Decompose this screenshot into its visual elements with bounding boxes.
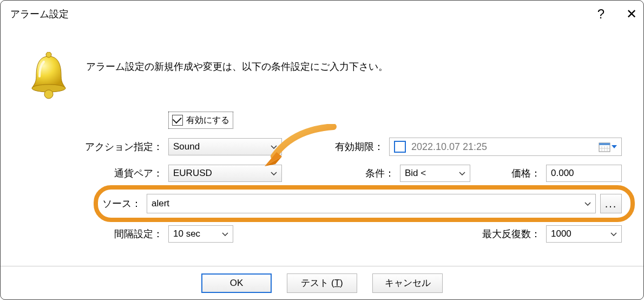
- svg-point-2: [46, 52, 51, 57]
- checkbox-icon: [172, 115, 183, 126]
- interval-value: 10 sec: [173, 229, 200, 239]
- chevron-down-icon: [459, 172, 465, 175]
- browse-button[interactable]: ...: [600, 194, 622, 213]
- enable-row: 有効にする: [55, 112, 622, 129]
- price-label: 価格：: [470, 167, 546, 180]
- chevron-down-icon: [222, 232, 228, 236]
- help-button[interactable]: ?: [597, 6, 604, 22]
- test-button[interactable]: テスト (T): [287, 273, 357, 293]
- chevron-down-icon: [584, 202, 591, 206]
- header-row: アラーム設定の新規作成や変更は、以下の条件設定にご入力下さい。: [22, 38, 622, 101]
- symbol-condition-row: 通貨ペア： EURUSD 条件： Bid < 価格： 0.000: [55, 165, 622, 182]
- price-input[interactable]: 0.000: [546, 165, 622, 182]
- source-dropdown[interactable]: alert: [147, 194, 596, 213]
- maxrepeat-value: 1000: [551, 229, 571, 239]
- condition-dropdown[interactable]: Bid <: [400, 165, 470, 182]
- expiry-checkbox[interactable]: [394, 141, 406, 153]
- condition-label: 条件：: [357, 167, 400, 180]
- expiry-field[interactable]: 2022.10.07 21:25: [389, 138, 622, 156]
- action-value: Sound: [173, 141, 200, 152]
- interval-dropdown[interactable]: 10 sec: [168, 225, 233, 243]
- calendar-button[interactable]: [596, 140, 619, 153]
- svg-point-1: [44, 90, 53, 99]
- interval-repeat-row: 間隔設定： 10 sec 最大反復数： 1000: [55, 225, 622, 243]
- chevron-down-icon: [610, 232, 617, 236]
- condition-value: Bid <: [405, 168, 426, 179]
- expiry-value: 2022.10.07 21:25: [411, 141, 487, 153]
- symbol-value: EURUSD: [173, 168, 212, 179]
- dialog-title: アラーム設定: [10, 8, 69, 21]
- cancel-button[interactable]: キャンセル: [372, 273, 443, 293]
- ok-button[interactable]: OK: [201, 273, 272, 293]
- source-label: ソース：: [55, 197, 147, 210]
- alarm-settings-dialog: アラーム設定 ? ✕: [0, 0, 644, 300]
- dialog-content: アラーム設定の新規作成や変更は、以下の条件設定にご入力下さい。 有効にする アク…: [1, 28, 643, 243]
- calendar-icon: [599, 141, 610, 152]
- button-bar: OK テスト (T) キャンセル: [1, 266, 643, 299]
- symbol-label: 通貨ペア：: [55, 167, 168, 180]
- titlebar-buttons: ? ✕: [597, 1, 637, 28]
- chevron-down-icon: [612, 145, 617, 148]
- close-button[interactable]: ✕: [626, 6, 637, 22]
- chevron-down-icon: [271, 172, 277, 175]
- action-label: アクション指定：: [55, 140, 168, 153]
- maxrepeat-dropdown[interactable]: 1000: [546, 225, 622, 243]
- svg-rect-4: [599, 143, 610, 145]
- source-value: alert: [152, 198, 169, 209]
- price-value: 0.000: [551, 168, 574, 179]
- form-area: 有効にする アクション指定： Sound 有効期限： 2022.10.07 21…: [22, 101, 622, 243]
- symbol-dropdown[interactable]: EURUSD: [168, 165, 282, 182]
- chevron-down-icon: [271, 145, 277, 149]
- action-expiry-row: アクション指定： Sound 有効期限： 2022.10.07 21:25: [55, 138, 622, 156]
- expiry-label: 有効期限：: [324, 140, 389, 153]
- action-dropdown[interactable]: Sound: [168, 138, 282, 155]
- maxrepeat-label: 最大反復数：: [465, 227, 546, 240]
- titlebar: アラーム設定 ? ✕: [1, 1, 643, 28]
- description-text: アラーム設定の新規作成や変更は、以下の条件設定にご入力下さい。: [86, 52, 388, 73]
- source-row: ソース： alert ...: [55, 194, 622, 213]
- enable-checkbox[interactable]: 有効にする: [168, 112, 233, 129]
- enable-label: 有効にする: [186, 115, 229, 126]
- interval-label: 間隔設定：: [55, 227, 168, 240]
- bell-icon: [28, 52, 70, 101]
